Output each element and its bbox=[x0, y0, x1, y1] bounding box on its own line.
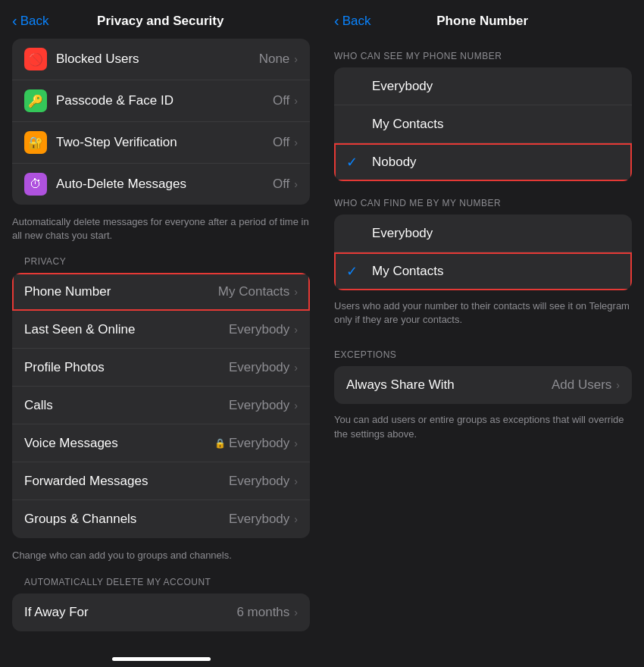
my-contacts-see-option[interactable]: My Contacts bbox=[334, 105, 632, 143]
two-step-item[interactable]: 🔐 Two-Step Verification Off › bbox=[12, 122, 310, 164]
nobody-check-icon: ✓ bbox=[346, 154, 363, 171]
who-can-find-group: Everybody ✓ My Contacts bbox=[334, 215, 632, 290]
who-can-find-note: Users who add your number to their conta… bbox=[322, 295, 644, 337]
phone-number-label: Phone Number bbox=[24, 284, 218, 299]
two-step-icon: 🔐 bbox=[24, 131, 47, 154]
profile-photos-chevron-icon: › bbox=[294, 362, 298, 374]
last-seen-value: Everybody bbox=[229, 322, 289, 337]
who-can-see-group: Everybody My Contacts ✓ Nobody bbox=[334, 67, 632, 181]
lock-icon: 🔒 bbox=[214, 438, 226, 449]
everybody-find-option[interactable]: Everybody bbox=[334, 215, 632, 252]
groups-channels-chevron-icon: › bbox=[294, 513, 298, 525]
voice-messages-value: Everybody bbox=[229, 436, 289, 451]
always-share-with-value: Add Users bbox=[552, 377, 611, 393]
passcode-item[interactable]: 🔑 Passcode & Face ID Off › bbox=[12, 80, 310, 122]
privacy-section-header: PRIVACY bbox=[0, 252, 322, 273]
two-step-label: Two-Step Verification bbox=[56, 135, 273, 150]
right-back-chevron-icon: ‹ bbox=[334, 12, 339, 30]
voice-messages-item[interactable]: Voice Messages 🔒 Everybody › bbox=[12, 424, 310, 462]
groups-channels-item[interactable]: Groups & Channels Everybody › bbox=[12, 500, 310, 538]
passcode-chevron-icon: › bbox=[294, 95, 298, 107]
profile-photos-label: Profile Photos bbox=[24, 360, 229, 375]
blocked-users-label: Blocked Users bbox=[56, 52, 259, 67]
if-away-for-value: 6 months bbox=[236, 605, 289, 620]
nobody-see-label: Nobody bbox=[372, 155, 417, 170]
if-away-for-label: If Away For bbox=[24, 605, 236, 620]
always-share-with-label: Always Share With bbox=[346, 377, 552, 393]
auto-delete-group: If Away For 6 months › bbox=[12, 593, 310, 631]
phone-number-value: My Contacts bbox=[218, 284, 289, 299]
right-back-button[interactable]: ‹ Back bbox=[334, 12, 370, 30]
auto-delete-messages-chevron-icon: › bbox=[294, 178, 298, 190]
privacy-group: Phone Number My Contacts › Last Seen & O… bbox=[12, 273, 310, 538]
calls-label: Calls bbox=[24, 398, 229, 413]
my-contacts-see-label: My Contacts bbox=[372, 117, 443, 132]
always-share-with-chevron-icon: › bbox=[616, 379, 620, 391]
last-seen-chevron-icon: › bbox=[294, 324, 298, 336]
right-panel: ‹ Back Phone Number WHO CAN SEE MY PHONE… bbox=[322, 0, 644, 667]
right-back-label: Back bbox=[342, 14, 371, 29]
exceptions-group: Always Share With Add Users › bbox=[334, 366, 632, 404]
everybody-find-label: Everybody bbox=[372, 226, 433, 241]
exceptions-label: EXCEPTIONS bbox=[322, 337, 644, 366]
auto-delete-messages-value: Off bbox=[273, 177, 289, 192]
groups-channels-value: Everybody bbox=[229, 512, 289, 527]
my-contacts-check-icon: ✓ bbox=[346, 263, 363, 280]
last-seen-label: Last Seen & Online bbox=[24, 322, 229, 337]
blocked-users-chevron-icon: › bbox=[294, 53, 298, 65]
calls-chevron-icon: › bbox=[294, 399, 298, 412]
auto-delete-messages-icon: ⏱ bbox=[24, 173, 47, 196]
forwarded-messages-item[interactable]: Forwarded Messages Everybody › bbox=[12, 462, 310, 500]
forwarded-messages-chevron-icon: › bbox=[294, 475, 298, 487]
home-indicator bbox=[112, 657, 211, 661]
forwarded-messages-value: Everybody bbox=[229, 474, 289, 489]
right-header: ‹ Back Phone Number bbox=[322, 0, 644, 39]
calls-item[interactable]: Calls Everybody › bbox=[12, 387, 310, 424]
profile-photos-value: Everybody bbox=[229, 360, 289, 375]
who-can-find-label: WHO CAN FIND ME BY MY NUMBER bbox=[322, 186, 644, 215]
left-back-chevron-icon: ‹ bbox=[12, 12, 17, 30]
profile-photos-item[interactable]: Profile Photos Everybody › bbox=[12, 349, 310, 387]
left-content: 🚫 Blocked Users None › 🔑 Passcode & Face… bbox=[0, 39, 322, 667]
forwarded-messages-label: Forwarded Messages bbox=[24, 474, 229, 489]
voice-messages-label: Voice Messages bbox=[24, 436, 214, 451]
auto-delete-messages-label: Auto-Delete Messages bbox=[56, 177, 273, 192]
passcode-value: Off bbox=[273, 93, 289, 108]
calls-value: Everybody bbox=[229, 398, 289, 413]
left-back-button[interactable]: ‹ Back bbox=[12, 12, 48, 30]
blocked-users-value: None bbox=[259, 52, 290, 67]
two-step-chevron-icon: › bbox=[294, 136, 298, 149]
right-content: WHO CAN SEE MY PHONE NUMBER Everybody My… bbox=[322, 39, 644, 667]
left-back-label: Back bbox=[20, 14, 49, 29]
left-header: ‹ Back Privacy and Security bbox=[0, 0, 322, 39]
privacy-note: Change who can add you to groups and cha… bbox=[0, 544, 322, 571]
exceptions-note: You can add users or entire groups as ex… bbox=[322, 409, 644, 451]
who-can-see-label: WHO CAN SEE MY PHONE NUMBER bbox=[322, 39, 644, 67]
phone-number-item[interactable]: Phone Number My Contacts › bbox=[12, 273, 310, 311]
left-panel: ‹ Back Privacy and Security 🚫 Blocked Us… bbox=[0, 0, 322, 667]
everybody-see-option[interactable]: Everybody bbox=[334, 67, 632, 105]
blocked-users-icon: 🚫 bbox=[24, 48, 47, 70]
blocked-users-item[interactable]: 🚫 Blocked Users None › bbox=[12, 39, 310, 80]
left-header-title: Privacy and Security bbox=[48, 14, 272, 29]
auto-delete-section-header: AUTOMATICALLY DELETE MY ACCOUNT bbox=[0, 572, 322, 593]
always-share-with-item[interactable]: Always Share With Add Users › bbox=[334, 366, 632, 404]
if-away-for-item[interactable]: If Away For 6 months › bbox=[12, 593, 310, 631]
everybody-see-label: Everybody bbox=[372, 79, 433, 94]
my-contacts-find-option[interactable]: ✓ My Contacts bbox=[334, 252, 632, 290]
right-header-title: Phone Number bbox=[370, 14, 594, 29]
passcode-label: Passcode & Face ID bbox=[56, 93, 273, 108]
last-seen-item[interactable]: Last Seen & Online Everybody › bbox=[12, 311, 310, 349]
if-away-for-chevron-icon: › bbox=[294, 606, 298, 618]
passcode-icon: 🔑 bbox=[24, 89, 47, 112]
phone-number-chevron-icon: › bbox=[294, 286, 298, 298]
groups-channels-label: Groups & Channels bbox=[24, 512, 229, 527]
nobody-see-option[interactable]: ✓ Nobody bbox=[334, 143, 632, 181]
two-step-value: Off bbox=[273, 135, 289, 150]
my-contacts-find-label: My Contacts bbox=[372, 264, 443, 279]
security-note: Automatically delete messages for everyo… bbox=[0, 211, 322, 252]
voice-messages-chevron-icon: › bbox=[294, 437, 298, 449]
security-settings-group: 🚫 Blocked Users None › 🔑 Passcode & Face… bbox=[12, 39, 310, 205]
auto-delete-messages-item[interactable]: ⏱ Auto-Delete Messages Off › bbox=[12, 164, 310, 205]
